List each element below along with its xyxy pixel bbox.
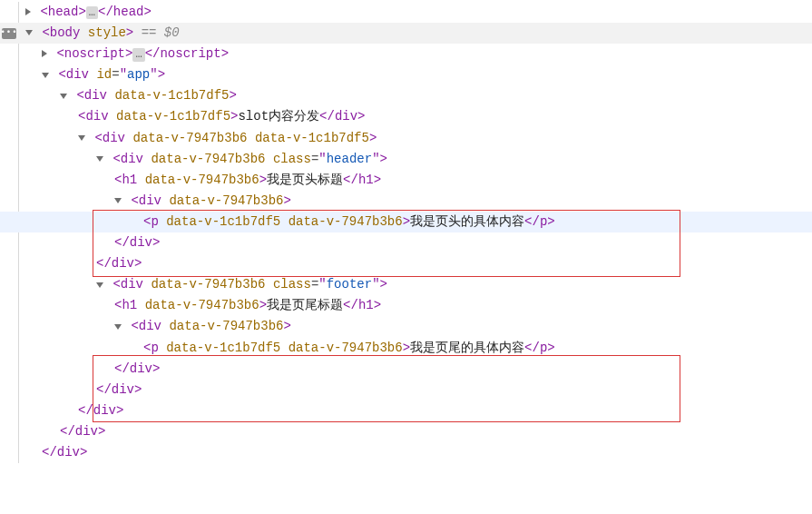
node-slot-text[interactable]: <div data-v-1c1b7df5>slot内容分发</div> xyxy=(0,106,812,127)
ellipsis-icon[interactable]: … xyxy=(132,48,144,61)
ellipsis-icon[interactable]: … xyxy=(86,6,98,19)
node-footer-inner[interactable]: <div data-v-7947b3b6> xyxy=(0,316,812,337)
node-h1-footer[interactable]: <h1 data-v-7947b3b6>我是页尾标题</h1> xyxy=(0,295,812,316)
node-app[interactable]: <div id="app"> xyxy=(0,64,812,85)
text-content: 我是页头的具体内容 xyxy=(410,214,524,229)
node-close[interactable]: </div> xyxy=(0,380,812,400)
node-body[interactable]: <body style> == $0 xyxy=(0,23,812,44)
node-p-header[interactable]: <p data-v-1c1b7df5 data-v-7947b3b6>我是页头的… xyxy=(0,212,812,232)
collapse-icon[interactable] xyxy=(114,324,122,330)
node-close[interactable]: </div> xyxy=(0,400,812,421)
text-content: slot内容分发 xyxy=(238,109,319,124)
node-p-footer[interactable]: <p data-v-1c1b7df5 data-v-7947b3b6>我是页尾的… xyxy=(0,338,812,359)
text-content: 我是页头标题 xyxy=(267,173,343,187)
expand-icon[interactable] xyxy=(42,50,47,57)
node-header[interactable]: <div data-v-7947b3b6 class="header"> xyxy=(0,149,812,170)
collapse-icon[interactable] xyxy=(25,30,33,35)
tag-name: body xyxy=(50,25,81,40)
tag-name: head xyxy=(48,5,79,19)
node-close[interactable]: </div> xyxy=(0,359,812,380)
collapse-icon[interactable] xyxy=(60,94,67,99)
node-close[interactable]: </div> xyxy=(0,421,812,442)
collapse-icon[interactable] xyxy=(96,156,103,162)
node-footer[interactable]: <div data-v-7947b3b6 class="footer"> xyxy=(0,274,812,295)
collapse-icon[interactable] xyxy=(114,198,122,203)
node-close[interactable]: </div> xyxy=(0,253,812,274)
node-component[interactable]: <div data-v-7947b3b6 data-v-1c1b7df5> xyxy=(0,128,812,149)
collapse-icon[interactable] xyxy=(42,73,49,78)
collapse-icon[interactable] xyxy=(78,135,85,141)
node-close[interactable]: </div> xyxy=(0,232,812,253)
node-noscript[interactable]: <noscript>…</noscript> xyxy=(0,44,812,64)
dom-tree[interactable]: <head>…</head> <body style> == $0 <noscr… xyxy=(0,2,812,463)
node-head[interactable]: <head>…</head> xyxy=(0,2,812,23)
expand-icon[interactable] xyxy=(25,8,31,15)
node-close[interactable]: </div> xyxy=(0,442,812,463)
node-header-inner[interactable]: <div data-v-7947b3b6> xyxy=(0,191,812,212)
node-h1-header[interactable]: <h1 data-v-7947b3b6>我是页头标题</h1> xyxy=(0,170,812,191)
breakpoint-icon[interactable] xyxy=(2,28,16,39)
collapse-icon[interactable] xyxy=(96,282,103,288)
text-content: 我是页尾的具体内容 xyxy=(410,341,524,355)
text-content: 我是页尾标题 xyxy=(267,298,343,312)
selection-marker: == $0 xyxy=(142,25,180,40)
node-outer[interactable]: <div data-v-1c1b7df5> xyxy=(0,85,812,106)
